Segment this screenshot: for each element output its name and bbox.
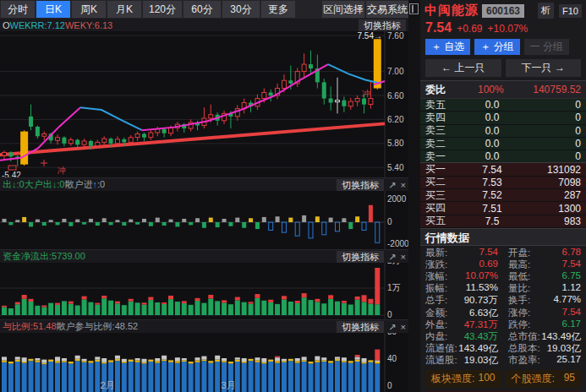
- participation-bar: [75, 356, 80, 359]
- participation-bar: [335, 357, 340, 358]
- participation-bar: [15, 360, 20, 362]
- flow-bar: [195, 218, 200, 222]
- participation-bar: [282, 359, 287, 361]
- participation-bar: [375, 350, 380, 361]
- close-icon[interactable]: ×: [401, 179, 406, 191]
- fund-bar-green: [335, 302, 340, 315]
- fund-bar-red: [41, 305, 47, 307]
- tab-日K[interactable]: 日K: [36, 1, 70, 18]
- fund-bar-red: [342, 301, 347, 303]
- fund-bar-green: [115, 303, 120, 315]
- fund-bar-green: [348, 305, 353, 315]
- tab-更多[interactable]: 更多: [261, 1, 295, 18]
- kline-panel[interactable]: OWEKRR:7.12WEKY:6.13 切换指标 7.607.006.606.…: [0, 19, 408, 177]
- participation-bar: [155, 361, 160, 362]
- participation-bar: [328, 361, 333, 362]
- add-group-button[interactable]: ＋ 分组: [474, 39, 519, 55]
- switch-indicator-button[interactable]: 切换指标: [337, 321, 384, 333]
- tab-周K[interactable]: 周K: [72, 1, 106, 18]
- participation-bar: [95, 360, 100, 362]
- svg-text:0: 0: [387, 217, 392, 226]
- candle: [8, 152, 13, 156]
- next-stock-button[interactable]: 下一只 →: [506, 59, 582, 77]
- flow-histogram-panel[interactable]: 出↓:0大户出↓:0散户进↑:0 切换指标 ↗ × 20000-2000: [0, 177, 408, 249]
- candle: [135, 133, 140, 137]
- remove-group-button[interactable]: 一 分组: [524, 39, 569, 55]
- fund-bar-green: [302, 297, 307, 315]
- participation-bar: [362, 362, 367, 364]
- participation-bar: [155, 358, 160, 361]
- fund-bar-green: [82, 299, 87, 315]
- switch-indicator-button[interactable]: 切换指标: [359, 19, 406, 31]
- tab-月K[interactable]: 月K: [107, 1, 141, 18]
- participation-bar: [22, 357, 27, 362]
- fund-bar-green: [68, 304, 74, 315]
- kline-chart[interactable]: 7.607.006.606.205.805.407.54→-5.42冲冲: [0, 19, 408, 177]
- participation-bar: [368, 360, 373, 362]
- quote-item: 外盘:47.31万: [420, 318, 503, 331]
- quote-item: 涨跌:0.69: [420, 259, 503, 271]
- participation-bar: [308, 362, 313, 363]
- svg-text:7.60: 7.60: [387, 31, 404, 41]
- candle: [68, 140, 73, 144]
- expand-icon[interactable]: ↗: [388, 321, 396, 333]
- flow-bar: [175, 222, 179, 226]
- order-book-row-买五[interactable]: 买五7.5983: [420, 215, 586, 228]
- tab-分时[interactable]: 分时: [1, 1, 35, 18]
- participation-bar: [315, 360, 320, 362]
- participation-bar: [255, 360, 260, 362]
- participation-bar: [215, 356, 220, 360]
- flow-bar: [235, 218, 239, 222]
- expand-icon[interactable]: ↗: [388, 179, 396, 191]
- fund-bar-green: [189, 305, 194, 315]
- period-toolbar: 分时日K周K月K120分60分30分更多区间选择交易系统: [0, 0, 408, 19]
- fund-bar-green: [155, 302, 160, 315]
- fund-bar-red: [182, 301, 187, 303]
- participation-panel[interactable]: 与比例:51.48散户参与比例:48.52 切换指标 ↗ × 80400 2月3…: [0, 319, 408, 392]
- fund-bar-red: [328, 295, 333, 298]
- svg-text:5.40: 5.40: [387, 163, 404, 172]
- participation-bar: [75, 361, 80, 392]
- toolbar-button-区间选择[interactable]: 区间选择: [322, 1, 364, 18]
- switch-indicator-button[interactable]: 切换指标: [337, 251, 384, 263]
- close-icon[interactable]: ×: [401, 251, 406, 263]
- switch-indicator-button[interactable]: 切换指标: [337, 179, 384, 191]
- participation-bar: [261, 362, 266, 364]
- participation-bar: [295, 363, 300, 392]
- f10-button[interactable]: F10: [559, 4, 582, 18]
- fund-bar-red: [55, 303, 60, 305]
- participation-bar: [55, 361, 60, 362]
- candle: [109, 139, 113, 144]
- participation-bar: [235, 362, 240, 392]
- flow-bar: [156, 218, 160, 222]
- weibi-value: 140759.52: [533, 84, 581, 95]
- tab-60分[interactable]: 60分: [183, 1, 221, 18]
- fund-bar-red: [249, 302, 254, 303]
- participation-bar: [141, 362, 146, 364]
- expand-icon[interactable]: ↗: [388, 251, 396, 263]
- tab-120分[interactable]: 120分: [143, 1, 182, 18]
- add-watchlist-button[interactable]: ＋ 自选: [425, 39, 470, 55]
- participation-bar: [302, 362, 307, 392]
- ma-line: [142, 64, 328, 130]
- tab-30分[interactable]: 30分: [222, 1, 260, 18]
- toolbar-button-交易系统[interactable]: 交易系统: [366, 1, 408, 18]
- fund-bar-red: [141, 302, 146, 304]
- collapse-panel-icon[interactable]: [409, 3, 419, 14]
- fund-bar-green: [261, 301, 266, 315]
- participation-bar: [135, 358, 140, 360]
- flow-bar: [282, 222, 286, 232]
- fund-flow-panel[interactable]: 资金净流出:5739.00 切换指标 ↗ × 2万1万0: [0, 249, 408, 319]
- participation-bar: [255, 357, 260, 360]
- participation-bar: [15, 357, 20, 359]
- participation-bar: [88, 363, 93, 392]
- candle: [129, 138, 133, 143]
- analyze-button[interactable]: 析: [538, 3, 554, 19]
- candle: [89, 141, 93, 146]
- flow-bar: [49, 220, 53, 222]
- close-icon[interactable]: ×: [401, 321, 406, 333]
- prev-stock-button[interactable]: ← 上一只: [425, 59, 501, 77]
- flow-bar: [115, 220, 119, 222]
- participation-bar: [282, 362, 287, 392]
- participation-bar: [95, 362, 100, 392]
